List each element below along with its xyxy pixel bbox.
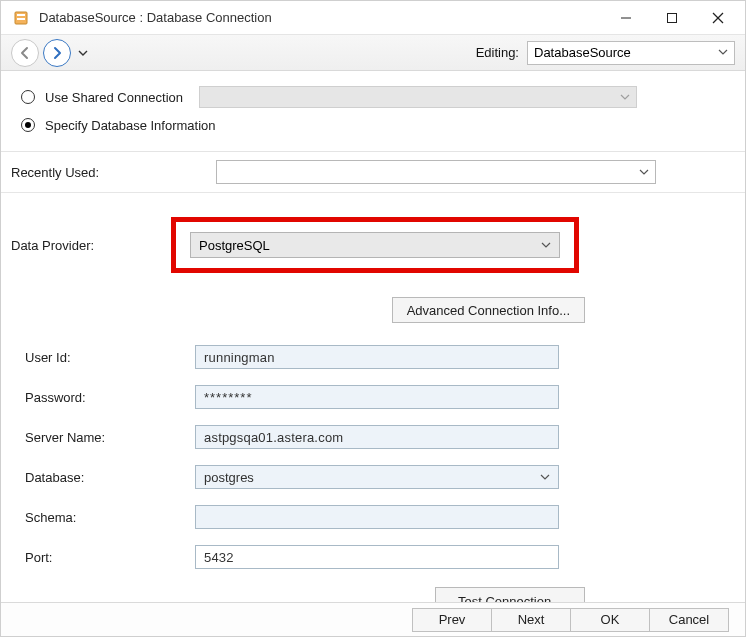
maximize-button[interactable] [649,2,695,34]
use-shared-label: Use Shared Connection [45,90,183,105]
database-combo[interactable]: postgres [195,465,559,489]
user-id-input[interactable]: runningman [195,345,559,369]
cancel-button[interactable]: Cancel [649,608,729,632]
user-id-label: User Id: [25,350,195,365]
chevron-down-icon [541,238,551,253]
app-icon [13,9,31,27]
titlebar: DatabaseSource : Database Connection [1,1,745,35]
chevron-down-icon [620,88,630,106]
specify-database-radio[interactable] [21,118,35,132]
connection-mode-section: Use Shared Connection Specify Database I… [1,71,745,152]
data-provider-combo[interactable]: PostgreSQL [190,232,560,258]
database-value: postgres [204,470,254,485]
password-value: ******** [204,390,252,405]
server-name-input[interactable]: astpgsqa01.astera.com [195,425,559,449]
svg-rect-2 [17,18,25,20]
specify-database-label: Specify Database Information [45,118,216,133]
data-provider-label: Data Provider: [9,238,171,253]
data-provider-row: Data Provider: PostgreSQL [1,193,745,297]
user-id-value: runningman [204,350,275,365]
editing-label: Editing: [476,45,519,60]
database-label: Database: [25,470,195,485]
svg-rect-4 [668,13,677,22]
recently-used-label: Recently Used: [11,165,216,180]
minimize-button[interactable] [603,2,649,34]
advanced-connection-button[interactable]: Advanced Connection Info... [392,297,585,323]
server-name-label: Server Name: [25,430,195,445]
ok-button[interactable]: OK [570,608,650,632]
editing-value: DatabaseSource [534,45,631,60]
password-label: Password: [25,390,195,405]
data-provider-highlight: PostgreSQL [171,217,579,273]
form: Recently Used: Data Provider: PostgreSQL [1,152,745,602]
window-title: DatabaseSource : Database Connection [39,10,272,25]
chevron-down-icon [540,470,550,485]
server-name-value: astpgsqa01.astera.com [204,430,343,445]
password-input[interactable]: ******** [195,385,559,409]
chevron-down-icon [639,165,649,180]
test-connection-button[interactable]: Test Connection... [435,587,585,602]
forward-dropdown-icon[interactable] [75,48,91,58]
footer: Prev Next OK Cancel [1,602,745,636]
editing-combo[interactable]: DatabaseSource [527,41,735,65]
recently-used-row: Recently Used: [1,152,745,193]
scroll-area[interactable]: Recently Used: Data Provider: PostgreSQL [1,152,745,602]
data-provider-value: PostgreSQL [199,238,270,253]
shared-connection-combo[interactable] [199,86,637,108]
chevron-down-icon [718,45,728,60]
dialog-window: DatabaseSource : Database Connection Edi… [0,0,746,637]
back-button[interactable] [11,39,39,67]
schema-label: Schema: [25,510,195,525]
use-shared-radio[interactable] [21,90,35,104]
window-controls [603,2,741,34]
body-wrap: Recently Used: Data Provider: PostgreSQL [1,152,745,602]
svg-rect-1 [17,14,25,16]
port-value: 5432 [204,550,234,565]
forward-button[interactable] [43,39,71,67]
prev-button[interactable]: Prev [412,608,492,632]
close-button[interactable] [695,2,741,34]
recently-used-combo[interactable] [216,160,656,184]
navbar: Editing: DatabaseSource [1,35,745,71]
next-button[interactable]: Next [491,608,571,632]
schema-input[interactable] [195,505,559,529]
port-input[interactable]: 5432 [195,545,559,569]
port-label: Port: [25,550,195,565]
